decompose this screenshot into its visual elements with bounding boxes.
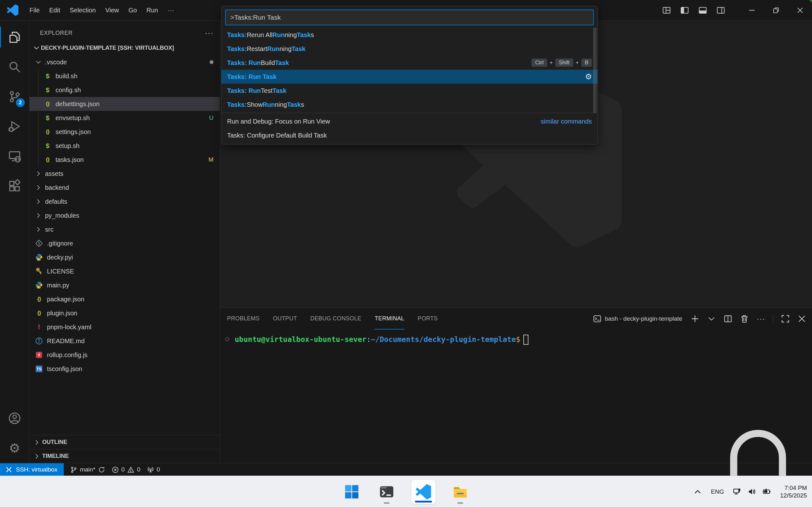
command-decoration-icon	[225, 337, 229, 341]
sidebar-sections: OUTLINETIMELINE	[30, 435, 220, 463]
tree-item-label: backend	[45, 184, 69, 191]
activity-account[interactable]	[0, 403, 29, 433]
palette-scrollbar[interactable]	[593, 28, 597, 113]
command-palette-input[interactable]	[225, 9, 594, 25]
tree-item-.gitignore[interactable]: .gitignore	[30, 236, 220, 250]
palette-item[interactable]: Tasks: Restart Running Task	[221, 42, 598, 56]
palette-item-text: Tasks: Run	[227, 87, 261, 95]
trash-button[interactable]	[740, 314, 749, 323]
more-button[interactable]: ···	[757, 314, 765, 323]
activity-search[interactable]	[0, 52, 29, 82]
tray-chevron-up-icon[interactable]	[693, 487, 702, 496]
layout-sidebar-right-icon[interactable]	[716, 6, 725, 14]
similar-commands-link[interactable]: similar commands	[541, 118, 592, 125]
activity-remote-explorer[interactable]	[0, 141, 29, 171]
remote-indicator[interactable]: SSH: virtualbox	[0, 463, 64, 476]
tree-item-label: envsetup.sh	[55, 114, 90, 122]
tab-terminal[interactable]: TERMINAL	[374, 308, 404, 330]
palette-item[interactable]: Tasks: Rerun All Running Tasks	[221, 28, 598, 42]
tab-ports[interactable]: PORTS	[418, 308, 438, 330]
window-controls	[740, 0, 812, 20]
tab-output[interactable]: OUTPUT	[273, 308, 297, 330]
start-button[interactable]	[341, 478, 362, 505]
terminal-app[interactable]	[376, 478, 397, 505]
tree-item-decky.pyi[interactable]: decky.pyi	[30, 250, 220, 264]
ports-status[interactable]: 0	[147, 466, 160, 473]
section-outline[interactable]: OUTLINE	[30, 435, 220, 449]
terminal-viewport[interactable]: ubuntu@virtualbox-ubuntu-sever:~/Documen…	[220, 330, 812, 345]
language-indicator[interactable]: ENG	[711, 488, 724, 495]
tree-item-LICENSE[interactable]: LICENSE	[30, 264, 220, 278]
tree-item-defsettings.json[interactable]: {}defsettings.json	[30, 97, 220, 111]
minimize-button[interactable]	[740, 0, 764, 20]
menu-item-file[interactable]: File	[25, 4, 44, 16]
split-button[interactable]	[723, 314, 732, 323]
sidebar-more-button[interactable]: ···	[205, 29, 213, 38]
menu-item-selection[interactable]: Selection	[65, 4, 101, 16]
palette-item[interactable]: Tasks: Run Task⚙	[221, 70, 598, 83]
close-button[interactable]	[798, 314, 806, 323]
palette-item[interactable]: Tasks: Configure Default Build Task	[221, 128, 598, 142]
project-root-row[interactable]: DECKY-PLUGIN-TEMPLATE [SSH: VIRTUALBOX]	[30, 41, 220, 55]
restore-button[interactable]	[764, 0, 788, 20]
close-button[interactable]	[788, 0, 812, 20]
palette-item[interactable]: Tasks: Run Test Task	[221, 83, 598, 98]
menu-item-[interactable]: ···	[163, 4, 179, 16]
problems-status[interactable]: 0 0	[112, 466, 141, 473]
plus-button[interactable]	[691, 314, 699, 323]
palette-item-text: ning	[285, 32, 297, 39]
palette-item[interactable]: Tasks: Show Running Tasks	[221, 98, 598, 112]
tree-item-build.sh[interactable]: $build.sh	[30, 69, 220, 83]
menu-item-view[interactable]: View	[101, 4, 124, 16]
expand-button[interactable]	[781, 314, 790, 323]
tree-item-envsetup.sh[interactable]: $envsetup.shU	[30, 111, 220, 125]
tab-problems[interactable]: PROBLEMS	[227, 308, 259, 330]
tree-item-main.py[interactable]: main.py	[30, 278, 220, 292]
tree-item-package.json[interactable]: {}package.json	[30, 292, 220, 306]
terminal-instance[interactable]: bash - decky-plugin-template	[593, 314, 682, 323]
branch-status[interactable]: main*	[70, 466, 105, 473]
tree-item-pnpm-lock.yaml[interactable]: !pnpm-lock.yaml	[30, 320, 220, 334]
file-explorer-app[interactable]	[450, 478, 471, 505]
tree-item-.vscode[interactable]: .vscode	[30, 55, 220, 69]
tree-item-defaults[interactable]: defaults	[30, 194, 220, 209]
layout-panel-icon[interactable]	[699, 6, 707, 14]
activity-gear[interactable]: ⚙	[0, 433, 29, 463]
json-icon: {}	[35, 309, 43, 317]
section-timeline[interactable]: TIMELINE	[30, 449, 220, 463]
activity-files[interactable]	[0, 22, 29, 52]
tree-item-tsconfig.json[interactable]: TStsconfig.json	[30, 362, 220, 376]
layout-sidebar-left-icon[interactable]	[680, 6, 689, 14]
layout-grid-icon[interactable]	[662, 6, 671, 14]
chevron-down-button[interactable]	[707, 314, 716, 323]
tree-item-py_modules[interactable]: py_modules	[30, 209, 220, 222]
tree-item-config.sh[interactable]: $config.sh	[30, 83, 220, 97]
volume-icon[interactable]	[748, 487, 756, 496]
tree-item-assets[interactable]: assets	[30, 167, 220, 181]
tree-item-plugin.json[interactable]: {}plugin.json	[30, 306, 220, 320]
tab-debug-console[interactable]: DEBUG CONSOLE	[310, 308, 361, 330]
tree-item-tasks.json[interactable]: {}tasks.jsonM	[30, 153, 220, 167]
configure-gear-icon[interactable]: ⚙	[585, 73, 592, 80]
activity-source-control[interactable]: 2	[0, 82, 29, 112]
vscode-app[interactable]	[411, 480, 436, 504]
tree-item-README.md[interactable]: README.md	[30, 334, 220, 348]
tree-item-setup.sh[interactable]: $setup.sh	[30, 139, 220, 153]
activity-debug[interactable]	[0, 112, 29, 141]
notifications-bell[interactable]	[711, 422, 806, 476]
menu-item-go[interactable]: Go	[124, 4, 142, 16]
network-icon[interactable]	[733, 487, 741, 496]
palette-item-text: Tasks:	[227, 101, 247, 108]
menu-item-run[interactable]: Run	[142, 4, 163, 16]
palette-item[interactable]: Run and Debug: Focus on Run Viewsimilar …	[221, 114, 598, 128]
taskbar-clock[interactable]: 7:04 PM 12/5/2025	[780, 484, 807, 499]
activity-extensions[interactable]	[0, 171, 29, 201]
running-indicator	[384, 502, 390, 504]
tree-item-settings.json[interactable]: {}settings.json	[30, 125, 220, 139]
palette-item[interactable]: Tasks: Run Build TaskCtrl+Shift+B	[221, 56, 598, 70]
menu-item-edit[interactable]: Edit	[44, 4, 65, 16]
tree-item-rollup.config.js[interactable]: rollup.config.js	[30, 348, 220, 362]
tree-item-backend[interactable]: backend	[30, 181, 220, 194]
tree-item-src[interactable]: src	[30, 222, 220, 236]
battery-icon[interactable]	[763, 487, 771, 496]
